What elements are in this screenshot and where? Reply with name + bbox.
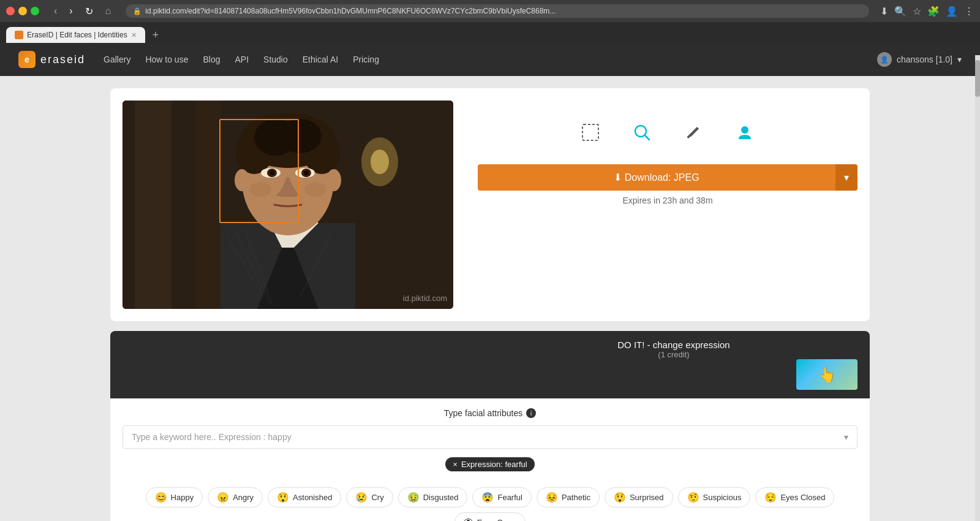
tag-fearful[interactable]: 😨 Fearful xyxy=(472,487,531,508)
tag-pathetic[interactable]: 😣 Pathetic xyxy=(537,487,600,508)
expression-body: Type facial attributes i Type a keyword … xyxy=(110,398,870,521)
tag-suspicious[interactable]: 🤨 Suspicious xyxy=(678,487,751,508)
logo: e eraseid xyxy=(18,51,85,68)
browser-action-buttons: ⬇ 🔍 ☆ 🧩 👤 ⋮ xyxy=(880,6,974,17)
svg-line-32 xyxy=(645,135,649,140)
tag-disgusted[interactable]: 🤢 Disgusted xyxy=(398,487,468,508)
active-tab[interactable]: EraseID | Edit faces | Identities ✕ xyxy=(6,27,145,43)
app-header: e eraseid Gallery How to use Blog API St… xyxy=(0,43,980,76)
close-window-button[interactable] xyxy=(6,7,15,15)
edit-tool-icon[interactable] xyxy=(680,119,707,146)
info-icon[interactable]: i xyxy=(526,408,536,418)
download-button[interactable]: ⬇ Download: JPEG xyxy=(478,164,835,191)
image-placeholder: id.piktid.com xyxy=(123,101,453,309)
tag-astonished[interactable]: 😲 Astonished xyxy=(268,487,341,508)
surprised-emoji: 😲 xyxy=(614,492,626,503)
nav-pricing[interactable]: Pricing xyxy=(353,55,379,64)
tag-angry[interactable]: 😠 Angry xyxy=(208,487,263,508)
expiry-text: Expires in 23h and 38m xyxy=(478,196,858,205)
fearful-emoji: 😨 xyxy=(481,492,494,503)
tab-close-button[interactable]: ✕ xyxy=(131,31,137,39)
extensions-icon[interactable]: 🧩 xyxy=(927,6,940,17)
username: chansons [1.0] xyxy=(897,55,952,64)
browser-chrome: ‹ › ↻ ⌂ 🔒 id.piktid.com/edit?id=81408714… xyxy=(0,0,980,22)
badge-text: Expression: fearful xyxy=(461,460,527,469)
nav-studio[interactable]: Studio xyxy=(263,55,288,64)
svg-rect-30 xyxy=(582,124,598,140)
reload-button[interactable]: ↻ xyxy=(81,4,97,18)
browser-navigation: ‹ › ↻ ⌂ xyxy=(50,4,115,18)
do-it-button[interactable]: 👆 xyxy=(796,359,858,390)
cry-label: Cry xyxy=(371,493,383,502)
happy-label: Happy xyxy=(171,493,194,502)
download-btn-row: ⬇ Download: JPEG ▾ xyxy=(478,164,858,191)
download-format-dropdown[interactable]: ▾ xyxy=(835,164,858,191)
tag-eyes-closed[interactable]: 😌 Eyes Closed xyxy=(755,487,834,508)
svg-rect-1 xyxy=(135,101,172,309)
address-bar[interactable]: 🔒 id.piktid.com/edit?id=8140871408a08ucf… xyxy=(126,4,869,18)
header-user: 👤 chansons [1.0] ▾ xyxy=(877,52,962,67)
tab-title: EraseID | Edit faces | Identities xyxy=(27,31,127,39)
svg-point-4 xyxy=(371,150,389,174)
active-expression-badge: × Expression: fearful xyxy=(445,457,534,471)
expression-section: DO IT! - change expression (1 credit) 👆 … xyxy=(110,331,870,521)
back-button[interactable]: ‹ xyxy=(50,4,61,18)
badge-x[interactable]: × xyxy=(453,460,458,469)
user-avatar-icon: 👤 xyxy=(877,52,892,67)
tool-icons-row xyxy=(478,113,858,152)
security-icon: 🔒 xyxy=(133,7,141,15)
eyes-open-label: Eyes Open xyxy=(477,518,516,522)
tag-eyes-open[interactable]: 👁 Eyes Open xyxy=(454,512,526,521)
eyes-closed-label: Eyes Closed xyxy=(780,493,825,502)
nav-gallery[interactable]: Gallery xyxy=(104,55,130,64)
minimize-window-button[interactable] xyxy=(18,7,27,15)
pathetic-emoji: 😣 xyxy=(546,492,558,503)
window-controls xyxy=(6,7,39,15)
nav-how-to-use[interactable]: How to use xyxy=(145,55,188,64)
nav-ethical-ai[interactable]: Ethical AI xyxy=(303,55,338,64)
input-dropdown-icon: ▾ xyxy=(844,432,848,442)
expression-header: DO IT! - change expression (1 credit) 👆 xyxy=(110,331,870,398)
tag-surprised[interactable]: 😲 Surprised xyxy=(605,487,673,508)
profile-icon[interactable]: 👤 xyxy=(946,6,958,17)
selection-tool-icon[interactable] xyxy=(577,119,604,146)
identity-tool-icon[interactable] xyxy=(731,119,758,146)
user-dropdown-icon[interactable]: ▾ xyxy=(957,55,962,64)
image-section: id.piktid.com xyxy=(110,88,870,321)
face-detection-box xyxy=(219,119,299,223)
logo-text: eraseid xyxy=(40,53,85,66)
svg-point-29 xyxy=(304,182,326,197)
bookmark-icon[interactable]: ☆ xyxy=(913,6,921,17)
eyes-open-emoji: 👁 xyxy=(464,517,473,521)
fearful-label: Fearful xyxy=(497,493,522,502)
do-it-container: DO IT! - change expression (1 credit) 👆 xyxy=(490,340,858,390)
keyword-input[interactable]: Type a keyword here.. Expression : happy… xyxy=(123,425,858,449)
angry-label: Angry xyxy=(233,493,254,502)
facial-attrs-label: Type facial attributes i xyxy=(123,408,858,418)
cry-emoji: 😢 xyxy=(355,492,368,503)
zoom-tool-icon[interactable] xyxy=(628,119,655,146)
tag-cry[interactable]: 😢 Cry xyxy=(346,487,393,508)
forward-button[interactable]: › xyxy=(66,4,76,18)
scrollbar-track[interactable] xyxy=(975,55,980,521)
nav-blog[interactable]: Blog xyxy=(203,55,220,64)
main-nav: Gallery How to use Blog API Studio Ethic… xyxy=(104,55,379,64)
surprised-label: Surprised xyxy=(630,493,664,502)
scrollbar-thumb[interactable] xyxy=(975,60,980,97)
astonished-label: Astonished xyxy=(293,493,332,502)
angry-emoji: 😠 xyxy=(217,492,229,503)
nav-api[interactable]: API xyxy=(235,55,249,64)
keyword-placeholder: Type a keyword here.. Expression : happy xyxy=(132,432,292,442)
zoom-icon[interactable]: 🔍 xyxy=(894,6,907,17)
home-button[interactable]: ⌂ xyxy=(102,4,115,18)
pathetic-label: Pathetic xyxy=(562,493,590,502)
maximize-window-button[interactable] xyxy=(31,7,39,15)
new-tab-button[interactable]: + xyxy=(148,28,164,43)
watermark: id.piktid.com xyxy=(403,294,447,303)
download-icon[interactable]: ⬇ xyxy=(880,6,888,17)
suspicious-emoji: 🤨 xyxy=(687,492,699,503)
menu-icon[interactable]: ⋮ xyxy=(964,6,974,17)
active-badge-container: × Expression: fearful xyxy=(123,457,858,480)
do-it-cursor: 👆 xyxy=(818,366,836,383)
tag-happy[interactable]: 😊 Happy xyxy=(146,487,203,508)
